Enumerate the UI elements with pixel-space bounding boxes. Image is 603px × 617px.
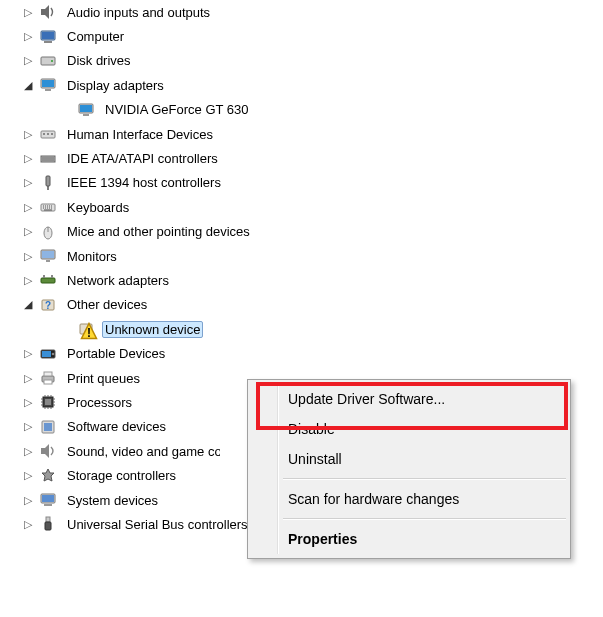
cpu-icon xyxy=(38,393,58,411)
context-menu: Update Driver Software...DisableUninstal… xyxy=(247,379,571,559)
expander-closed-icon[interactable]: ▷ xyxy=(22,445,34,457)
tree-item-label: Keyboards xyxy=(64,199,132,216)
menu-item-label: Scan for hardware changes xyxy=(288,491,459,507)
sound-icon xyxy=(38,442,58,460)
expander-closed-icon[interactable]: ▷ xyxy=(22,55,34,67)
tree-item-label: Universal Serial Bus controllers xyxy=(64,516,251,533)
expander-closed-icon[interactable]: ▷ xyxy=(22,518,34,530)
tree-item[interactable]: ▷Disk drives xyxy=(0,49,603,73)
menu-item[interactable]: Scan for hardware changes xyxy=(250,484,568,514)
tree-item[interactable]: ▷IDE ATA/ATAPI controllers xyxy=(0,146,603,170)
expander-open-icon[interactable]: ◢ xyxy=(22,299,34,311)
menu-item[interactable]: Properties xyxy=(250,524,568,554)
other-icon xyxy=(38,296,58,314)
expander-closed-icon[interactable]: ▷ xyxy=(22,494,34,506)
tree-item-label: Human Interface Devices xyxy=(64,126,216,143)
display-icon xyxy=(76,101,96,119)
tree-item-label: Other devices xyxy=(64,296,150,313)
usb-icon xyxy=(38,515,58,533)
expander-closed-icon[interactable]: ▷ xyxy=(22,470,34,482)
tree-item-label: IEEE 1394 host controllers xyxy=(64,174,224,191)
expander-closed-icon[interactable]: ▷ xyxy=(22,372,34,384)
tree-item-label: Disk drives xyxy=(64,52,134,69)
tree-item[interactable]: ▷Network adapters xyxy=(0,268,603,292)
tree-item[interactable]: ◢Other devices xyxy=(0,293,603,317)
expander-closed-icon[interactable]: ▷ xyxy=(22,348,34,360)
expander-closed-icon[interactable]: ▷ xyxy=(22,226,34,238)
keyboard-icon xyxy=(38,198,58,216)
expander-closed-icon[interactable]: ▷ xyxy=(22,6,34,18)
tree-item[interactable]: ▷IEEE 1394 host controllers xyxy=(0,171,603,195)
tree-item-label: Unknown device xyxy=(102,321,203,338)
storage-icon xyxy=(38,467,58,485)
tree-item-label: Audio inputs and outputs xyxy=(64,4,213,21)
tree-item-label: IDE ATA/ATAPI controllers xyxy=(64,150,221,167)
expander-closed-icon[interactable]: ▷ xyxy=(22,250,34,262)
system-icon xyxy=(38,491,58,509)
audio-icon xyxy=(38,3,58,21)
expander-closed-icon[interactable]: ▷ xyxy=(22,31,34,43)
tree-item-label: Processors xyxy=(64,394,135,411)
tree-item[interactable]: ◢Display adapters xyxy=(0,73,603,97)
tree-item-label: Mice and other pointing devices xyxy=(64,223,253,240)
tree-item-label: Software devices xyxy=(64,418,169,435)
unknown-icon xyxy=(76,320,96,338)
ieee-icon xyxy=(38,174,58,192)
tree-item[interactable]: ▷Computer xyxy=(0,24,603,48)
expander-closed-icon[interactable]: ▷ xyxy=(22,201,34,213)
menu-item-label: Update Driver Software... xyxy=(288,391,445,407)
expander-closed-icon[interactable]: ▷ xyxy=(22,177,34,189)
menu-item[interactable]: Update Driver Software... xyxy=(250,384,568,414)
tree-item-label: Network adapters xyxy=(64,272,172,289)
display-icon xyxy=(38,76,58,94)
tree-item[interactable]: ▷Monitors xyxy=(0,244,603,268)
expander-open-icon[interactable]: ◢ xyxy=(22,79,34,91)
menu-separator xyxy=(283,518,566,520)
menu-item-label: Uninstall xyxy=(288,451,342,467)
portable-icon xyxy=(38,345,58,363)
expander-closed-icon[interactable]: ▷ xyxy=(22,128,34,140)
tree-item[interactable]: Unknown device xyxy=(0,317,603,341)
tree-item-label: Monitors xyxy=(64,248,120,265)
tree-item-label: Portable Devices xyxy=(64,345,168,362)
tree-item[interactable]: ▷Keyboards xyxy=(0,195,603,219)
expander-closed-icon[interactable]: ▷ xyxy=(22,153,34,165)
menu-item[interactable]: Disable xyxy=(250,414,568,444)
network-icon xyxy=(38,271,58,289)
software-icon xyxy=(38,418,58,436)
expander-closed-icon[interactable]: ▷ xyxy=(22,396,34,408)
expander-closed-icon[interactable]: ▷ xyxy=(22,274,34,286)
printer-icon xyxy=(38,369,58,387)
tree-item[interactable]: ▷Audio inputs and outputs xyxy=(0,0,603,24)
menu-item[interactable]: Uninstall xyxy=(250,444,568,474)
menu-separator xyxy=(283,478,566,480)
mouse-icon xyxy=(38,223,58,241)
tree-item-label: Computer xyxy=(64,28,127,45)
disk-icon xyxy=(38,52,58,70)
expander-closed-icon[interactable]: ▷ xyxy=(22,421,34,433)
tree-item[interactable]: ▷Mice and other pointing devices xyxy=(0,220,603,244)
hid-icon xyxy=(38,125,58,143)
monitor-icon xyxy=(38,247,58,265)
menu-item-label: Disable xyxy=(288,421,335,437)
computer-icon xyxy=(38,28,58,46)
tree-item[interactable]: ▷Portable Devices xyxy=(0,341,603,365)
tree-item-label: Print queues xyxy=(64,370,143,387)
menu-item-label: Properties xyxy=(288,531,357,547)
tree-item[interactable]: NVIDIA GeForce GT 630 xyxy=(0,98,603,122)
tree-item-label: NVIDIA GeForce GT 630 xyxy=(102,101,252,118)
tree-item-label: Sound, video and game controllers xyxy=(64,443,220,460)
tree-item-label: Display adapters xyxy=(64,77,167,94)
tree-item-label: System devices xyxy=(64,492,161,509)
ide-icon xyxy=(38,150,58,168)
menu-gutter xyxy=(277,384,279,554)
tree-item[interactable]: ▷Human Interface Devices xyxy=(0,122,603,146)
tree-item-label: Storage controllers xyxy=(64,467,179,484)
